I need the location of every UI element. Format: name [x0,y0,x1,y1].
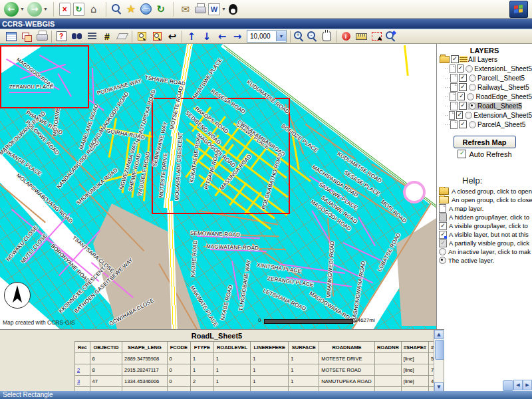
help-text: An inactive layer, click to mak [448,248,531,255]
forward-dropdown-icon[interactable]: ▼ [43,7,48,11]
identify-button[interactable]: ? [55,31,67,43]
media-globe-icon[interactable] [140,3,152,15]
record-link-cell[interactable]: 3 [75,376,90,387]
refresh-button[interactable]: ↻ [73,3,84,16]
pan-left-button[interactable]: ← [216,31,228,43]
scroll-left-button[interactable]: ◀ [513,380,523,390]
refresh-map-button[interactable]: Refresh Map [454,136,516,148]
layer-label[interactable]: RailwayL_Sheet5 [477,84,529,91]
layer-item-extensionl_sheet5[interactable]: ✓ExtensionL_Sheet5 [437,64,532,73]
find-binoculars-button[interactable] [70,31,82,43]
pan-hand-button[interactable] [321,31,332,43]
layer-label[interactable]: ExtensionA_Sheet5 [473,112,532,119]
chevron-down-icon[interactable]: ▼ [276,31,286,41]
auto-refresh-checkbox[interactable]: ✓ [458,150,466,158]
qq-messenger-icon[interactable] [229,4,237,15]
layer-visibility-checkbox[interactable]: ✓ [459,74,467,82]
back-button[interactable]: ← [4,2,19,17]
layer-item-parcela_sheet5[interactable]: ✓ParcelA_Sheet5 [437,120,532,129]
find-magnifier-button[interactable] [386,31,396,41]
search-icon[interactable] [112,4,122,14]
layer-label[interactable]: ParcelA_Sheet5 [477,121,525,128]
print-map-button[interactable] [36,31,48,43]
pan-up-button[interactable]: ↑ [186,31,198,43]
print-icon[interactable] [195,6,205,14]
layers-panel-title: LAYERS [437,47,532,55]
layer-label[interactable]: ExtensionL_Sheet5 [474,65,532,72]
layer-item-parcell_sheet5[interactable]: ✓ParcelL_Sheet5 [437,73,532,82]
clear-selection-button[interactable] [116,31,128,43]
select-rectangle-button[interactable] [370,31,382,43]
hscrollbar-thumb[interactable] [503,380,513,391]
record-link-cell[interactable]: 2 [75,364,90,376]
layer-visibility-checkbox[interactable]: ✓ [459,120,467,128]
layer-visibility-checkbox[interactable]: ✓ [458,92,465,100]
layer-visibility-checkbox[interactable]: ✓ [456,111,463,119]
scrollbar-thumb[interactable] [435,340,444,360]
zoom-selected-button[interactable] [151,31,163,43]
layer-group-all-layers[interactable]: ✓ All Layers [437,55,532,64]
scale-value: 10,000 [247,33,276,40]
layer-visibility-checkbox[interactable]: ✓ [459,83,467,91]
attribute-table-panel: RoadL_Sheet5 RecOBJECTIDSHAPE_LENGFCODEF… [0,329,444,392]
record-link[interactable]: 2 [77,367,80,373]
record-link[interactable]: 3 [77,378,80,384]
horizontal-scrollbar[interactable]: ◀ ▶ [503,380,532,390]
layer-label[interactable]: RoadEdge_Sheet5 [475,93,532,100]
history-icon[interactable]: ↻ [154,3,168,16]
zoom-active-layer-button[interactable] [136,31,148,43]
table-cell: 0 [167,353,191,364]
layer-label[interactable]: ParcelL_Sheet5 [477,74,525,82]
scroll-up-button[interactable]: ▲ [434,330,444,339]
favorites-star-icon[interactable]: ★ [124,3,138,16]
layer-visibility-checkbox[interactable]: ✓ [457,65,464,72]
help-item: ✓A visible group/layer, click to [437,221,532,230]
map-layer-icon [450,120,458,129]
home-button[interactable]: ⌂ [87,3,100,16]
column-header-ftype: FTYPE [191,342,214,353]
pan-right-button[interactable]: → [231,31,243,43]
separator [53,2,54,17]
layer-label[interactable]: RoadL_Sheet5 [477,102,522,110]
edit-word-icon[interactable]: W [208,3,220,15]
table-cell: NAMUTUPEKA ROAD [319,376,375,387]
active-layer-radio[interactable] [467,93,474,100]
forward-button[interactable]: → [27,2,42,17]
layer-item-roadl_sheet5[interactable]: ✓RoadL_Sheet5 [437,101,532,110]
windows-logo-button[interactable] [509,1,528,18]
grid-toggle-button[interactable]: # [101,31,113,43]
layer-item-extensiona_sheet5[interactable]: ✓ExtensionA_Sheet5 [437,110,532,120]
active-layer-radio[interactable] [469,121,476,128]
layer-item-roadedge_sheet5[interactable]: ✓RoadEdge_Sheet5 [437,92,532,101]
back-dropdown-icon[interactable]: ▼ [20,7,25,11]
table-scrollbar[interactable]: ▲ ▼ [434,330,444,392]
zoom-out-button[interactable]: - [307,31,317,41]
layer-visibility-checkbox[interactable]: ✓ [459,102,467,110]
active-layer-radio[interactable] [466,65,473,72]
active-layer-radio[interactable] [465,112,472,119]
table-cell: 1 [191,364,214,376]
radio-off-icon [439,248,446,255]
stop-button[interactable]: × [59,3,70,16]
map-canvas[interactable]: TSHAWE ROADPODIKANNE WAYMHATSWE PLACERAS… [0,44,436,331]
layer-list-button[interactable] [86,31,98,43]
edit-dropdown-icon[interactable]: ▼ [221,7,226,11]
pan-down-button[interactable]: ↓ [201,31,213,43]
overview-window-button[interactable] [21,31,33,43]
active-layer-radio[interactable] [469,102,476,110]
group-label[interactable]: All Layers [468,56,497,63]
layer-item-railwayl_sheet5[interactable]: ✓RailwayL_Sheet5 [437,82,532,92]
measure-button[interactable] [355,31,367,43]
mail-icon[interactable]: ✉ [179,3,192,16]
active-layer-radio[interactable] [469,84,476,91]
legend-toggle-button[interactable] [5,31,17,43]
scroll-down-button[interactable]: ▼ [434,382,444,392]
info-button[interactable]: i [340,31,352,43]
folder-open-icon[interactable] [440,56,450,63]
group-visibility-checkbox[interactable]: ✓ [451,55,459,63]
active-layer-radio[interactable] [469,74,476,82]
scale-select[interactable]: 10,000▼ [247,30,287,43]
back-extent-button[interactable]: ↩ [166,31,178,43]
zoom-in-button[interactable]: + [294,31,304,41]
scroll-right-button[interactable]: ▶ [523,380,532,390]
